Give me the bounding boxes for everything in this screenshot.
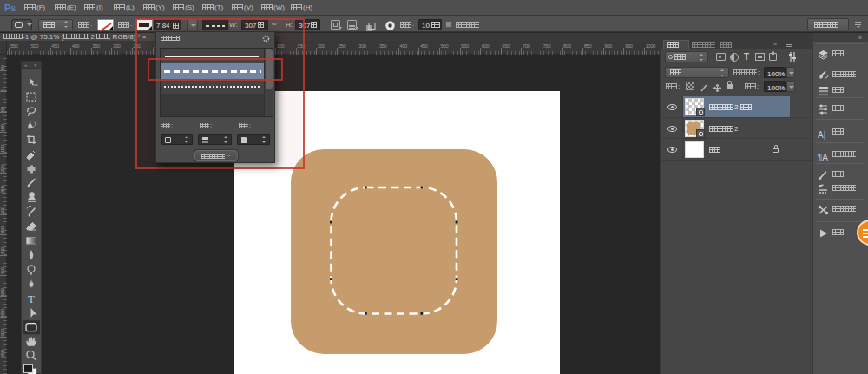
svg-text:T: T: [28, 292, 35, 305]
